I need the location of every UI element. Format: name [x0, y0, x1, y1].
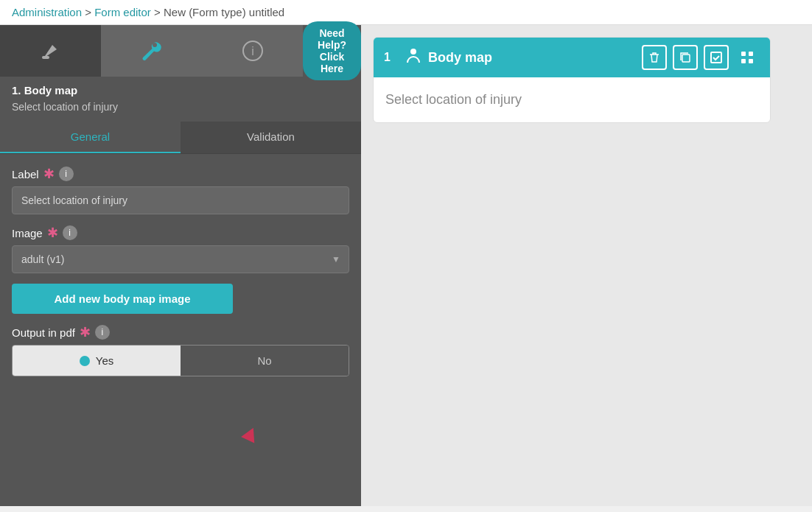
label-info-icon[interactable]: i — [59, 166, 74, 181]
image-info-icon[interactable]: i — [63, 225, 77, 240]
section-title: 1. Body map — [0, 77, 361, 99]
svg-rect-4 — [682, 55, 690, 62]
preview-trash-button[interactable] — [642, 45, 667, 70]
svg-rect-9 — [749, 59, 753, 63]
add-image-button[interactable]: Add new body map image — [12, 284, 233, 314]
toggle-dot — [80, 356, 90, 366]
svg-rect-5 — [711, 52, 721, 63]
output-pdf-info-icon[interactable]: i — [95, 325, 110, 340]
svg-rect-6 — [741, 52, 746, 56]
svg-rect-8 — [741, 59, 746, 63]
breadcrumb-admin[interactable]: Administration — [12, 6, 82, 18]
label-required-star: ✱ — [43, 166, 55, 182]
tab-info[interactable]: i — [202, 25, 303, 77]
label-field-row: Label ✱ i — [12, 166, 349, 214]
yes-no-toggle: Yes No — [12, 345, 349, 376]
form-tabs: General Validation — [0, 122, 361, 154]
add-image-row: Add new body map image — [12, 284, 349, 314]
preview-check-button[interactable] — [704, 45, 729, 70]
label-field-label: Label — [12, 168, 39, 180]
image-field-row: Image ✱ i adult (v1) child (v1) infant (… — [12, 225, 349, 273]
help-button[interactable]: Need Help? Click Here — [303, 21, 361, 80]
breadcrumb-sep1: > — [85, 6, 94, 18]
output-pdf-required-star: ✱ — [80, 324, 91, 340]
svg-point-3 — [410, 49, 416, 55]
toggle-no[interactable]: No — [181, 346, 349, 376]
tab-general[interactable]: General — [0, 122, 181, 153]
label-input[interactable] — [12, 186, 349, 214]
section-subtitle: Select location of injury — [0, 99, 361, 122]
image-required-star: ✱ — [47, 225, 58, 241]
preview-body: Select location of injury — [374, 77, 770, 122]
tab-paint[interactable] — [0, 25, 101, 77]
toggle-yes[interactable]: Yes — [13, 346, 181, 376]
breadcrumb-current: New (Form type) untitled — [164, 6, 284, 18]
right-panel: 1 Body map — [361, 25, 812, 506]
breadcrumb: Administration > Form editor > New (Form… — [0, 0, 812, 25]
person-icon — [406, 48, 421, 68]
toggle-no-label: No — [257, 354, 271, 367]
image-select-wrapper: adult (v1) child (v1) infant (v1) ▼ — [12, 245, 349, 273]
tab-wrench[interactable] — [101, 25, 202, 77]
preview-title: Body map — [428, 50, 634, 66]
toggle-yes-label: Yes — [96, 354, 113, 367]
form-fields: Label ✱ i Image ✱ i adult (v1) child (v1… — [0, 154, 361, 506]
svg-rect-0 — [42, 56, 49, 59]
preview-actions — [642, 45, 760, 70]
preview-card: 1 Body map — [373, 37, 771, 123]
tab-validation[interactable]: Validation — [181, 122, 361, 153]
output-pdf-label: Output in pdf — [12, 326, 75, 339]
svg-rect-7 — [749, 52, 753, 56]
preview-subtitle: Select location of injury — [385, 92, 522, 107]
preview-header: 1 Body map — [374, 38, 770, 77]
preview-number: 1 — [384, 51, 399, 64]
preview-grid-button[interactable] — [735, 45, 760, 70]
preview-copy-button[interactable] — [673, 45, 698, 70]
svg-text:i: i — [251, 45, 254, 57]
image-select[interactable]: adult (v1) child (v1) infant (v1) — [12, 245, 349, 273]
breadcrumb-form-editor[interactable]: Form editor — [94, 6, 151, 18]
image-field-label: Image — [12, 227, 43, 239]
output-pdf-row: Output in pdf ✱ i Yes No — [12, 324, 349, 376]
help-area: Need Help? Click Here — [303, 25, 361, 77]
breadcrumb-sep2: > — [154, 6, 164, 18]
